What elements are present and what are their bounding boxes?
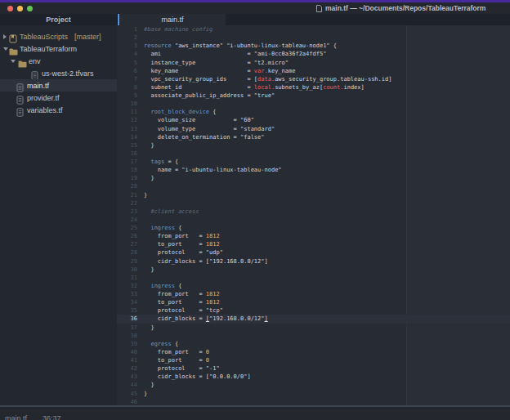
line-number[interactable]: 20 (117, 183, 137, 190)
sidebar-item-us-west-2-tfvars[interactable]: us-west-2.tfvars (0, 67, 117, 79)
sidebar-item-tableauscripts[interactable]: TableauScripts[master] (0, 30, 117, 42)
line-number[interactable]: 23 (117, 208, 137, 215)
code-line[interactable]: 9 associate_public_ip_address = "true" (117, 92, 510, 100)
line-number[interactable]: 35 (117, 307, 137, 314)
line-number[interactable]: 29 (117, 258, 137, 265)
line-number[interactable]: 19 (117, 175, 137, 181)
line-number[interactable]: 18 (117, 167, 137, 173)
code-line[interactable]: 39 egress { (117, 340, 510, 348)
code-line[interactable]: 6 key_name = var.key_name (117, 67, 510, 75)
code-line[interactable]: 28 protocol = "udp" (117, 248, 510, 257)
window-titlebar[interactable]: main.tf — ~/Documents/Repos/TableauTerra… (0, 2, 510, 14)
code-line[interactable]: 45} (117, 390, 510, 398)
code-line[interactable]: 44 } (117, 381, 510, 389)
code-line[interactable]: 32 ingress { (117, 282, 510, 290)
code-editor[interactable]: 1#base machine config23resource "aws_ins… (117, 25, 510, 405)
code-line[interactable]: 31 (117, 274, 510, 282)
code-line[interactable]: 21} (117, 191, 510, 199)
code-line[interactable]: 20 (117, 182, 510, 190)
line-number[interactable]: 11 (117, 109, 137, 115)
line-number[interactable]: 24 (117, 217, 137, 223)
line-number[interactable]: 41 (117, 357, 137, 364)
minimize-window-button[interactable] (17, 6, 23, 11)
chevron-expanded-icon[interactable] (3, 47, 8, 51)
code-line[interactable]: 17 tags = { (117, 158, 510, 166)
code-line[interactable]: 14 delete_on_termination = "false" (117, 133, 510, 141)
line-number[interactable]: 34 (117, 299, 137, 306)
line-number[interactable]: 16 (117, 150, 137, 157)
code-line[interactable]: 43 cidr_blocks = ["0.0.0.0/0"] (117, 373, 510, 381)
tab-main-tf[interactable]: main.tf (119, 14, 226, 25)
line-number[interactable]: 26 (117, 233, 137, 239)
line-number[interactable]: 9 (117, 92, 137, 99)
code-line[interactable]: 26 from_port = 1812 (117, 232, 510, 240)
line-number[interactable]: 31 (117, 275, 137, 281)
line-number[interactable]: 28 (117, 249, 137, 256)
line-number[interactable]: 40 (117, 349, 137, 355)
line-number[interactable]: 32 (117, 283, 137, 289)
code-line[interactable]: 10 (117, 100, 510, 108)
close-window-button[interactable] (7, 6, 13, 11)
code-line[interactable]: 18 name = "i-ubuntu-linux-tableau-node" (117, 166, 510, 174)
line-number[interactable]: 6 (117, 68, 137, 74)
code-line[interactable]: 46 (117, 398, 510, 405)
code-line[interactable]: 13 volume_type = "standard" (117, 125, 510, 133)
line-number[interactable]: 12 (117, 117, 137, 123)
project-sidebar[interactable]: TableauScripts[master]TableauTerraformen… (0, 25, 117, 405)
line-number[interactable]: 1 (117, 26, 137, 33)
line-number[interactable]: 45 (117, 391, 137, 397)
code-line[interactable]: 3resource "aws_instance" "i-ubuntu-linux… (117, 42, 510, 50)
code-line[interactable]: 5 instance_type = "t2.micro" (117, 59, 510, 67)
code-line[interactable]: 4 ami = "ami-0cc0a36f2a4fdf5" (117, 50, 510, 58)
line-number[interactable]: 13 (117, 126, 137, 132)
code-line[interactable]: 7 vpc_security_group_ids = [data.aws_sec… (117, 75, 510, 83)
sidebar-item-provider-tf[interactable]: provider.tf (0, 92, 117, 104)
code-line[interactable]: 19 } (117, 174, 510, 182)
code-line[interactable]: 8 subnet_id = local.subnets_by_az[count.… (117, 83, 510, 92)
line-number[interactable]: 25 (117, 225, 137, 231)
code-line[interactable]: 1#base machine config (117, 25, 510, 34)
code-line[interactable]: 35 protocol = "tcp" (117, 306, 510, 315)
code-line[interactable]: 36 cidr_blocks = ["192.168.0.0/12"] (117, 315, 510, 323)
line-number[interactable]: 22 (117, 200, 137, 207)
line-number[interactable]: 5 (117, 60, 137, 66)
line-number[interactable]: 37 (117, 324, 137, 331)
sidebar-item-env[interactable]: env (0, 55, 117, 67)
code-line[interactable]: 23 #client access (117, 208, 510, 216)
line-number[interactable]: 38 (117, 333, 137, 339)
code-line[interactable]: 27 to_port = 1812 (117, 240, 510, 248)
line-number[interactable]: 8 (117, 84, 137, 91)
line-number[interactable]: 30 (117, 266, 137, 273)
code-line[interactable]: 25 ingress { (117, 224, 510, 232)
code-line[interactable]: 2 (117, 34, 510, 42)
code-line[interactable]: 42 protocol = "-1" (117, 364, 510, 373)
line-number[interactable]: 10 (117, 101, 137, 107)
sidebar-item-main-tf[interactable]: main.tf (0, 79, 117, 92)
code-line[interactable]: 24 (117, 216, 510, 224)
line-number[interactable]: 43 (117, 373, 137, 380)
code-line[interactable]: 33 from_port = 1812 (117, 290, 510, 298)
code-line[interactable]: 11 root_block_device { (117, 108, 510, 116)
line-number[interactable]: 15 (117, 142, 137, 149)
sidebar-item-variables-tf[interactable]: variables.tf (0, 104, 117, 116)
line-number[interactable]: 36 (117, 315, 137, 322)
code-line[interactable]: 41 to_port = 0 (117, 356, 510, 364)
line-number[interactable]: 2 (117, 34, 137, 41)
line-number[interactable]: 33 (117, 291, 137, 297)
code-line[interactable]: 30 } (117, 266, 510, 274)
line-number[interactable]: 39 (117, 341, 137, 347)
line-number[interactable]: 21 (117, 192, 137, 199)
line-number[interactable]: 7 (117, 76, 137, 83)
code-line[interactable]: 37 } (117, 324, 510, 332)
line-number[interactable]: 44 (117, 382, 137, 388)
sidebar-item-tableauterraform[interactable]: TableauTerraform (0, 42, 117, 55)
code-line[interactable]: 40 from_port = 0 (117, 348, 510, 356)
line-number[interactable]: 4 (117, 51, 137, 57)
line-number[interactable]: 46 (117, 399, 137, 405)
code-line[interactable]: 15 } (117, 141, 510, 150)
line-number[interactable]: 14 (117, 134, 137, 141)
line-number[interactable]: 27 (117, 241, 137, 248)
maximize-window-button[interactable] (27, 6, 33, 11)
code-line[interactable]: 22 (117, 199, 510, 208)
code-line[interactable]: 16 (117, 150, 510, 158)
